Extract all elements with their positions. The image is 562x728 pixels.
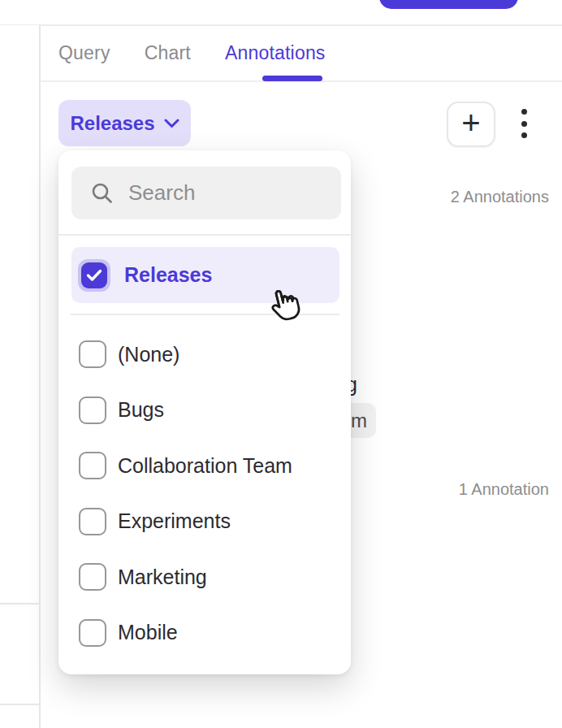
rail-divider [0, 704, 39, 705]
kebab-menu-icon [521, 109, 527, 115]
dropdown-option-marketing[interactable]: Marketing [58, 549, 351, 605]
checkmark-icon [86, 269, 102, 282]
releases-filter-label: Releases [70, 112, 154, 135]
checkbox-unchecked-icon[interactable] [79, 619, 106, 647]
dropdown-divider [58, 234, 351, 236]
releases-filter-button[interactable]: Releases [58, 100, 191, 146]
annotations-screen: QueryChartAnnotations Releases + 2 Annot… [0, 0, 562, 728]
option-label: Mobile [118, 621, 178, 644]
checkbox-checked-icon[interactable] [81, 262, 107, 288]
search-input[interactable] [128, 180, 315, 206]
dropdown-option-bugs[interactable]: Bugs [58, 383, 351, 439]
more-options-button[interactable] [519, 109, 529, 138]
active-tab-underline [262, 76, 322, 81]
add-annotation-button[interactable]: + [447, 102, 495, 147]
checkbox-unchecked-icon[interactable] [79, 396, 106, 424]
dropdown-option-mobile[interactable]: Mobile [58, 605, 351, 661]
kebab-menu-icon [521, 121, 527, 127]
plus-icon: + [461, 106, 480, 139]
dropdown-option-experiments[interactable]: Experiments [58, 494, 351, 550]
option-label: Bugs [118, 398, 164, 422]
dropdown-option-none[interactable]: (None) [58, 327, 351, 383]
checkbox-unchecked-icon[interactable] [79, 340, 106, 368]
search-icon [91, 182, 113, 204]
option-label: Experiments [118, 509, 231, 533]
dropdown-search[interactable] [71, 167, 341, 219]
annotation-count-2: 1 Annotation [459, 480, 549, 499]
tab-query[interactable]: Query [58, 42, 110, 64]
dropdown-option-collaboration-team[interactable]: Collaboration Team [58, 438, 351, 494]
checkbox-unchecked-icon[interactable] [79, 563, 106, 591]
kebab-menu-icon [521, 132, 527, 138]
tab-bar: QueryChartAnnotations [41, 25, 562, 82]
left-rail [0, 25, 41, 728]
option-label: (None) [118, 343, 179, 366]
tab-annotations[interactable]: Annotations [225, 42, 326, 64]
primary-action-button[interactable] [379, 0, 518, 9]
chevron-down-icon [164, 119, 179, 128]
dropdown-options: (None)BugsCollaboration TeamExperimentsM… [58, 327, 351, 661]
releases-dropdown-popover: Releases (None)BugsCollaboration TeamExp… [58, 150, 351, 674]
option-label: Marketing [118, 566, 207, 589]
annotation-count-1: 2 Annotations [451, 188, 549, 206]
clipped-chip-text: m [351, 410, 367, 432]
checkbox-unchecked-icon[interactable] [79, 508, 106, 535]
option-label: Releases [124, 263, 212, 287]
rail-divider [0, 603, 39, 604]
tab-chart[interactable]: Chart [145, 42, 191, 64]
option-label: Collaboration Team [118, 454, 292, 478]
checkbox-focus-ring [78, 259, 110, 292]
checkbox-unchecked-icon[interactable] [79, 452, 106, 479]
